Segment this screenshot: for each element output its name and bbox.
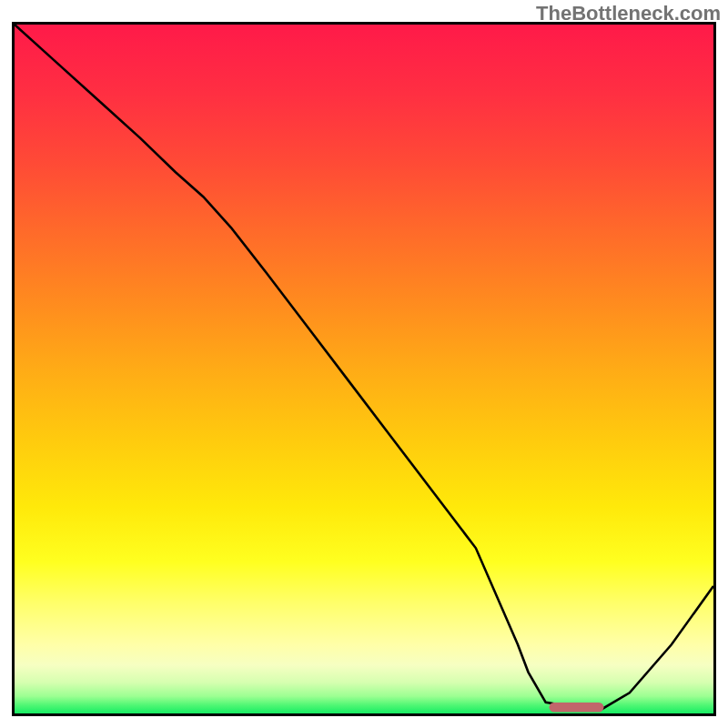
gradient-background [15,25,713,713]
chart-svg [15,25,713,713]
optimal-band-marker [550,703,604,713]
chart-frame [12,22,716,716]
chart-plot-area [15,25,713,713]
watermark-text: TheBottleneck.com [536,2,721,25]
